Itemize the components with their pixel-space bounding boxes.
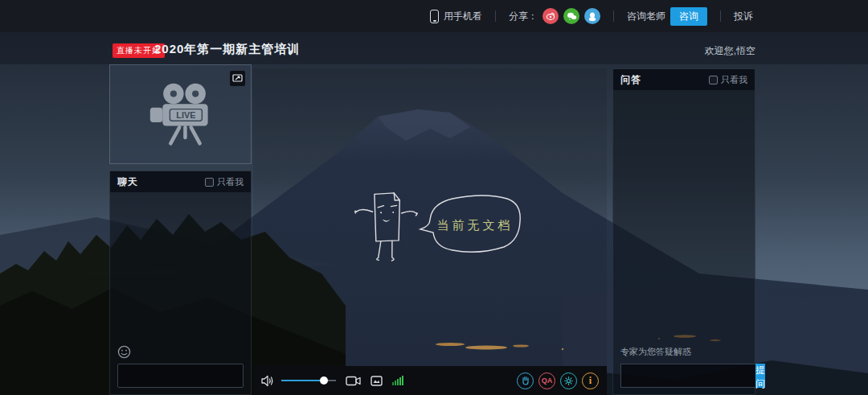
share-group: 分享：	[509, 8, 600, 24]
ask-question-button[interactable]: 提问	[755, 364, 765, 388]
live-webinar-page: 用手机看 分享：	[0, 0, 868, 395]
checkbox-icon	[709, 76, 718, 84]
no-document-text: 当前无文档	[437, 218, 514, 232]
main-area: 直播未开始 2020年第一期新主管培训 欢迎您,悟空	[0, 32, 868, 395]
qa-panel: 问答 只看我 专家为您答疑解惑 提问	[612, 68, 755, 395]
qa-footer: 专家为您答疑解惑 提问	[613, 346, 755, 394]
switch-screen-icon[interactable]	[230, 71, 245, 86]
document-character	[350, 189, 420, 264]
stage-action-icons: QA i	[517, 372, 599, 389]
no-document-doodle: 当前无文档	[350, 173, 526, 270]
qa-only-me-label: 只看我	[721, 74, 747, 86]
weibo-share-icon[interactable]	[542, 8, 559, 24]
header-row: 直播未开始 2020年第一期新主管培训 欢迎您,悟空	[0, 42, 868, 60]
raise-hand-icon[interactable]	[517, 372, 534, 389]
divider	[495, 10, 496, 22]
volume-icon[interactable]	[261, 375, 275, 387]
consult-teacher-group: 咨询老师 咨询	[627, 7, 707, 26]
watch-on-phone-button[interactable]: 用手机看	[430, 10, 482, 23]
wechat-glyph	[567, 11, 577, 21]
divider	[613, 10, 614, 22]
presenter-video-panel: LIVE	[109, 64, 252, 164]
volume-slider-fill	[281, 380, 324, 381]
chat-footer	[110, 340, 251, 394]
qa-message-list[interactable]	[613, 90, 755, 346]
complaint-label: 投诉	[734, 10, 753, 23]
chat-message-list[interactable]	[110, 192, 251, 340]
chat-title: 聊天	[117, 175, 138, 189]
watch-on-phone-label: 用手机看	[444, 10, 482, 23]
weibo-glyph	[546, 11, 555, 21]
phone-icon	[430, 10, 439, 23]
top-bar-actions: 用手机看 分享：	[430, 0, 753, 32]
qa-only-me-checkbox[interactable]: 只看我	[709, 74, 747, 86]
player-control-bar: QA i	[253, 366, 607, 395]
chat-only-me-checkbox[interactable]: 只看我	[205, 176, 244, 188]
qa-hint-text: 专家为您答疑解惑	[620, 346, 747, 358]
divider	[720, 10, 721, 22]
screenshot-icon[interactable]	[371, 376, 383, 386]
qq-share-icon[interactable]	[584, 8, 600, 24]
chat-header: 聊天 只看我	[110, 171, 251, 192]
complaint-button[interactable]: 投诉	[734, 10, 753, 23]
checkbox-icon	[205, 178, 214, 187]
chat-panel: 聊天 只看我	[109, 171, 252, 395]
qa-header: 问答 只看我	[613, 69, 755, 90]
wechat-share-icon[interactable]	[563, 8, 579, 24]
camera-icon[interactable]	[346, 376, 361, 386]
top-bar: 用手机看 分享：	[0, 0, 868, 32]
share-label: 分享：	[509, 10, 538, 23]
volume-slider-knob[interactable]	[320, 376, 328, 385]
info-icon[interactable]: i	[582, 372, 599, 389]
qa-input-row: 提问	[620, 364, 747, 388]
volume-control	[261, 375, 336, 387]
qa-title: 问答	[620, 73, 641, 87]
chat-input[interactable]	[117, 364, 244, 388]
welcome-text: 欢迎您,悟空	[705, 44, 755, 58]
page-title: 2020年第一期新主管培训	[154, 42, 300, 57]
volume-slider[interactable]	[281, 376, 336, 385]
qa-input[interactable]	[620, 364, 755, 388]
qa-icon[interactable]: QA	[538, 372, 555, 389]
qq-glyph	[588, 11, 597, 22]
chat-only-me-label: 只看我	[217, 176, 244, 188]
consult-button[interactable]: 咨询	[670, 7, 707, 26]
emoji-icon[interactable]	[117, 345, 131, 359]
consult-teacher-label: 咨询老师	[627, 10, 665, 23]
live-icon-label: LIVE	[176, 110, 195, 120]
document-stage: 当前无文档	[253, 68, 607, 366]
switch-screen-glyph	[232, 74, 243, 83]
settings-icon[interactable]	[560, 372, 577, 389]
live-camera-icon: LIVE	[144, 82, 218, 146]
signal-bars-icon	[392, 376, 403, 385]
